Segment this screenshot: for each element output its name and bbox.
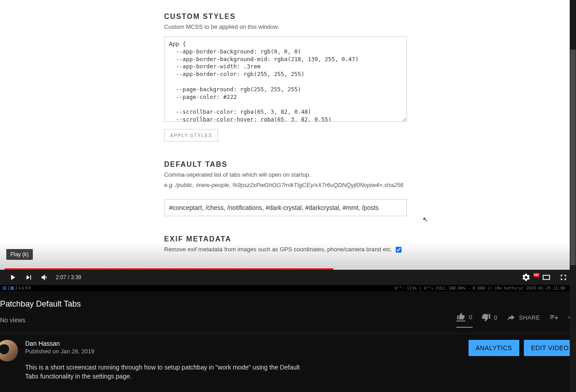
time-display: 2:07 / 3:39 [56, 274, 81, 281]
edit-video-button[interactable]: EDIT VIDEO [524, 340, 576, 356]
video-description: This is a short screencast running throu… [25, 363, 304, 381]
like-count: 0 [469, 314, 473, 321]
analytics-button[interactable]: ANALYTICS [469, 340, 519, 356]
default-tabs-desc: Comma-seperated list of tabs which will … [164, 171, 407, 188]
theater-button[interactable] [538, 270, 554, 285]
next-button[interactable] [21, 270, 37, 285]
workspace-indicators: 124690 [3, 286, 31, 290]
settings-button[interactable]: HD [521, 270, 537, 285]
save-button[interactable] [549, 313, 558, 327]
status-text: â"°: 113% | â"°= FULL 100.00% - 0.00W ()… [395, 286, 565, 290]
apply-styles-button[interactable]: Apply Styles [164, 129, 218, 142]
exif-heading: Exif Metadata [164, 235, 407, 243]
fullscreen-button[interactable] [555, 270, 572, 285]
custom-styles-desc: Custom MCSS to be applied on this window… [164, 23, 407, 30]
custom-styles-textarea[interactable] [164, 36, 407, 122]
custom-styles-heading: Custom Styles [164, 13, 407, 21]
video-title: Patchbay Default Tabs [0, 299, 576, 309]
default-tabs-input[interactable] [164, 199, 407, 216]
channel-avatar[interactable] [0, 340, 18, 361]
wm-status-bar: 124690 â"°: 113% | â"°= FULL 100.00% - 0… [0, 285, 576, 291]
progress-fill [4, 268, 333, 270]
publish-date: Published on Jan 28, 2019 [25, 348, 461, 355]
default-tabs-desc-text: Comma-seperated list of tabs which will … [164, 171, 311, 178]
default-tabs-heading: Default Tabs [164, 160, 407, 169]
progress-bar[interactable] [4, 268, 572, 270]
share-label: SHARE [519, 314, 540, 321]
default-tabs-example: e.g. /public, #new-people, %9psz2xPwGhGG… [164, 182, 407, 188]
dislike-button[interactable]: 0 [482, 313, 498, 327]
scrollbar-thumb[interactable] [570, 49, 576, 265]
video-metadata: Patchbay Default Tabs No views 0 0 SHARE [0, 291, 576, 381]
duration: 3:39 [71, 274, 81, 281]
volume-button[interactable] [37, 270, 53, 285]
view-count: No views [0, 316, 26, 324]
dislike-count: 0 [494, 314, 498, 321]
cursor-icon: ↖ [423, 216, 428, 223]
like-button[interactable]: 0 [456, 312, 473, 328]
video-gradient [0, 243, 576, 270]
app-settings-panel: Custom Styles Custom MCSS to be applied … [164, 13, 407, 253]
status-right: â"°: 113% | â"°= FULL 100.00% - 0.00W ()… [395, 286, 573, 290]
share-button[interactable]: SHARE [506, 313, 540, 327]
hd-badge: HD [533, 273, 540, 277]
current-time: 2:07 [56, 274, 66, 281]
play-tooltip: Play (k) [6, 249, 33, 260]
channel-name[interactable]: Dan Hassan [25, 340, 461, 347]
page-scrollbar[interactable] [570, 0, 576, 392]
play-button[interactable] [4, 270, 21, 285]
video-frame: Custom Styles Custom MCSS to be applied … [0, 0, 576, 270]
player-controls-bar: 2:07 / 3:39 HD [0, 270, 576, 285]
